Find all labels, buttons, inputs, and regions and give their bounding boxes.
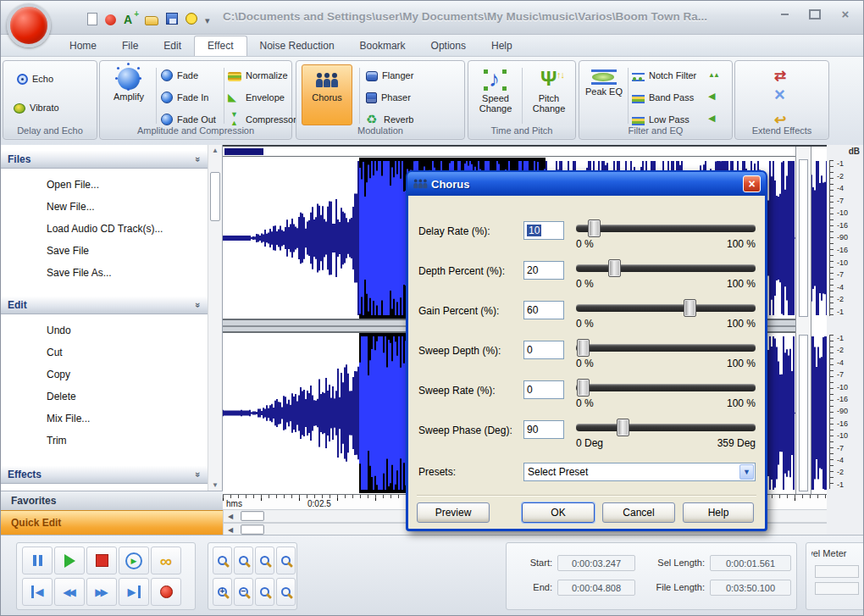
sidebar-header-effects[interactable]: Effects » [1,465,208,484]
gain-percent-slider[interactable] [576,298,756,317]
vibrato-button[interactable]: Vibrato [14,98,59,117]
depth-percent-slider[interactable] [576,258,756,277]
hazard-icon[interactable] [186,13,197,25]
slider-thumb[interactable] [684,299,696,317]
tab-effect[interactable]: Effect [194,36,246,56]
help-button[interactable]: Help [683,502,754,523]
sidebar-item[interactable]: Save File [1,240,208,262]
zoom-horizontal-button[interactable] [255,578,274,606]
delay-rate-input[interactable]: 10 [523,221,564,240]
fade-in-button[interactable]: Fade In [161,88,208,107]
notch-filter-button[interactable]: Notch Filter [632,66,696,85]
loop-button[interactable] [151,547,181,574]
sweep-phase-slider[interactable] [576,418,756,436]
collapse-icon[interactable]: » [193,157,203,162]
record-button[interactable] [151,578,181,606]
sidebar-item[interactable]: Open File... [1,174,208,196]
scrollbar-thumb[interactable] [241,511,264,521]
preview-button[interactable]: Preview [417,502,490,523]
sweep-depth-input[interactable]: 0 [523,341,564,359]
scroll-left-icon[interactable]: ◀ [224,526,237,534]
slider-thumb[interactable] [617,419,629,436]
record-icon[interactable] [105,14,116,25]
overview-position-indicator[interactable] [224,148,263,155]
waveform-overview-bar[interactable] [223,147,795,157]
app-logo[interactable] [7,3,51,47]
slider-thumb[interactable] [577,339,590,357]
scroll-up-icon[interactable]: ▲ [210,147,220,154]
tab-help[interactable]: Help [479,36,525,56]
extend-undo-button[interactable] [774,108,788,127]
depth-percent-input[interactable]: 20 [523,261,564,280]
sidebar-item[interactable]: Delete [1,386,208,408]
chorus-button[interactable]: Chorus [302,64,352,125]
vertical-scrollbar-thumb[interactable] [799,159,808,317]
sweep-rate-slider[interactable] [576,378,756,397]
slider-thumb[interactable] [588,219,601,237]
scrollbar-thumb[interactable] [241,524,264,535]
scrollbar-thumb[interactable] [210,172,220,221]
sidebar-favorites-bar[interactable]: Favorites [1,491,223,510]
scroll-down-icon[interactable]: ▼ [210,481,220,489]
high-pass-button[interactable] [708,88,722,107]
delay-rate-slider[interactable] [576,219,756,237]
slider-thumb[interactable] [577,379,590,397]
tab-home[interactable]: Home [57,36,109,56]
zoom-vertical-button[interactable] [276,578,296,606]
vertical-scroll-gutter[interactable] [795,147,811,494]
fade-button[interactable]: Fade [161,66,198,85]
pitch-change-button[interactable]: Pitch Change [525,68,573,114]
sidebar-item[interactable]: Trim [1,430,208,452]
sidebar-header-edit[interactable]: Edit » [1,296,208,314]
sidebar-scrollbar[interactable]: ▲ ▼ [208,145,222,491]
sidebar-item[interactable]: Mix File... [1,408,208,430]
band-pass-button[interactable]: Band Pass [632,88,694,107]
text-add-icon[interactable] [124,12,137,25]
chevron-down-icon[interactable]: ▼ [739,464,754,480]
save-icon[interactable] [166,13,178,25]
sidebar-quick-edit-bar[interactable]: Quick Edit [1,510,223,535]
fast-forward-button[interactable] [86,578,117,606]
go-start-button[interactable] [22,578,53,606]
slider-thumb[interactable] [608,259,621,277]
tab-options[interactable]: Options [418,36,479,56]
zoom-in-button[interactable] [213,578,232,606]
qat-overflow-icon[interactable] [205,12,219,25]
cancel-button[interactable]: Cancel [602,502,675,523]
band-stop-button[interactable] [708,66,722,85]
go-end-button[interactable] [119,578,149,606]
envelope-button[interactable]: Envelope [228,88,285,107]
play-button[interactable] [54,547,85,574]
rewind-button[interactable] [54,578,85,606]
ok-button[interactable]: OK [522,502,595,523]
extend-shuffle-button[interactable] [774,64,788,83]
new-document-icon[interactable] [87,13,97,25]
play-all-button[interactable] [119,547,149,574]
vertical-scrollbar-thumb[interactable] [799,335,808,491]
peak-eq-button[interactable]: Peak EQ [583,69,625,97]
sidebar-item[interactable]: Load Audio CD Track(s)... [1,218,208,240]
tab-noise-reduction[interactable]: Noise Reduction [247,36,347,56]
flanger-button[interactable]: Flanger [366,66,413,85]
phaser-button[interactable]: Phaser [366,88,411,107]
tab-edit[interactable]: Edit [151,36,194,56]
zoom-selection-start-button[interactable] [213,547,232,574]
presets-dropdown[interactable]: Select Preset ▼ [523,463,756,481]
extend-multi-button[interactable] [774,86,788,105]
sidebar-item[interactable]: Copy [1,363,208,386]
speed-change-button[interactable]: Speed Change [472,68,519,114]
sidebar-item[interactable]: Undo [1,319,208,341]
zoom-all-button[interactable] [276,547,296,574]
dialog-close-icon[interactable]: × [743,175,761,192]
close-button[interactable]: × [836,8,855,21]
sidebar-item[interactable]: Cut [1,341,208,363]
collapse-icon[interactable]: » [193,472,203,477]
selection-bracket-left[interactable] [359,158,369,162]
dialog-title-bar[interactable]: Chorus × [407,172,766,196]
selection-bracket-right[interactable] [535,158,546,162]
minimize-button[interactable] [775,8,794,21]
sidebar-header-files[interactable]: Files » [1,150,208,169]
tab-bookmark[interactable]: Bookmark [347,36,418,56]
sidebar-item[interactable]: New File... [1,196,208,218]
zoom-selection-button[interactable] [255,547,274,574]
